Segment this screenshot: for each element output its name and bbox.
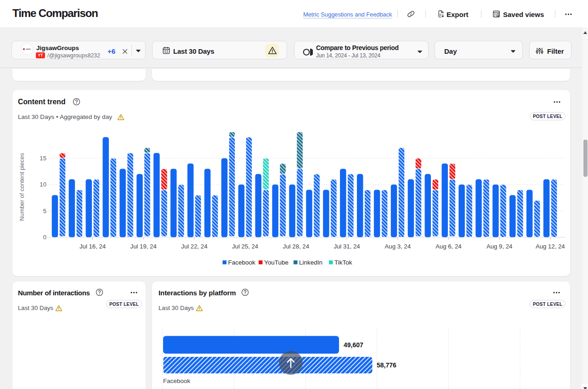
- svg-text:0: 0: [43, 234, 46, 241]
- svg-text:Jul 16, 24: Jul 16, 24: [79, 243, 106, 250]
- svg-text:Jul 22, 24: Jul 22, 24: [181, 243, 207, 250]
- svg-text:TikTok: TikTok: [334, 259, 352, 266]
- svg-text:Aug 3, 24: Aug 3, 24: [385, 243, 411, 250]
- svg-text:58,776: 58,776: [377, 361, 396, 369]
- svg-text:Jul 28, 24: Jul 28, 24: [283, 243, 309, 250]
- svg-text:15: 15: [40, 155, 46, 162]
- svg-text:Number of content pieces: Number of content pieces: [18, 152, 25, 221]
- svg-text:LinkedIn: LinkedIn: [299, 259, 322, 266]
- svg-text:Jul 31, 24: Jul 31, 24: [334, 243, 360, 250]
- svg-text:Aug 9, 24: Aug 9, 24: [486, 243, 512, 250]
- svg-text:49,607: 49,607: [344, 341, 363, 349]
- svg-text:Facebook: Facebook: [163, 378, 191, 384]
- svg-text:Facebook: Facebook: [228, 259, 256, 266]
- svg-text:Jul 19, 24: Jul 19, 24: [130, 243, 157, 250]
- svg-text:Aug 12, 24: Aug 12, 24: [536, 243, 565, 250]
- svg-text:Jul 25, 24: Jul 25, 24: [232, 243, 258, 250]
- svg-text:Aug 6, 24: Aug 6, 24: [435, 243, 461, 250]
- svg-text:10: 10: [40, 181, 46, 188]
- svg-text:5: 5: [43, 208, 46, 214]
- svg-text:YouTube: YouTube: [264, 259, 288, 266]
